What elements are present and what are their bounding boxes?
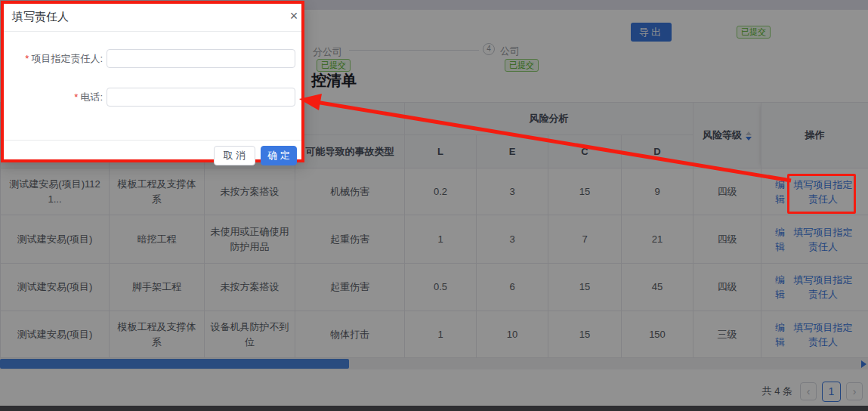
cancel-button[interactable]: 取 消 <box>214 146 255 165</box>
required-mark: * <box>25 53 29 64</box>
phone-input[interactable] <box>107 88 295 107</box>
confirm-button[interactable]: 确 定 <box>261 146 297 165</box>
modal-footer-divider <box>4 140 301 141</box>
required-mark: * <box>74 91 78 103</box>
fill-responsible-modal: 填写责任人 × *项目指定责任人: *电话: 取 消 确 定 <box>1 1 304 162</box>
annotation-highlight-box <box>787 174 856 214</box>
modal-header-divider <box>4 31 301 32</box>
close-icon[interactable]: × <box>285 7 303 25</box>
modal-title: 填写责任人 <box>12 10 69 24</box>
screen: 导出 已提交 分公司 已提交 4 公司 已提交 控清单 风险分析 风险等级 <box>0 0 868 411</box>
phone-field-label: *电话: <box>4 88 103 107</box>
responsible-input[interactable] <box>107 49 295 68</box>
responsible-field-label: *项目指定责任人: <box>4 49 103 68</box>
